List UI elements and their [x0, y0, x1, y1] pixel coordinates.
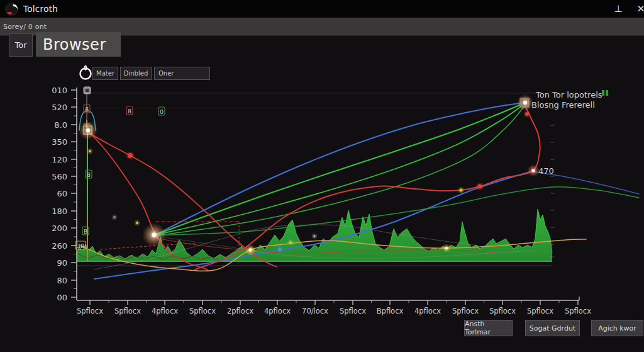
- x-tick-label: Spflocx: [114, 307, 141, 315]
- badge-text: 8: [85, 106, 89, 113]
- x-tick-label: Spflocx: [340, 307, 366, 315]
- y-tick-label: 8.0: [54, 120, 67, 130]
- data-dot: [113, 216, 116, 219]
- y-tick-label: 200: [52, 224, 67, 233]
- relay-node[interactable]: [532, 169, 535, 173]
- footer-button-agich[interactable]: Agich kwor: [591, 320, 643, 336]
- y-tick-label: 90: [57, 258, 67, 268]
- y-tick-label: 560: [52, 172, 67, 181]
- series-blue-arc: [155, 103, 524, 235]
- y-tick-label: 60: [57, 189, 67, 198]
- footer-button-ansth[interactable]: Ansth Torlmar: [464, 320, 513, 336]
- app-window: { "window": { "app_title": "Tolcroth", "…: [0, 0, 644, 352]
- x-tick-label: Spflocx: [527, 307, 553, 315]
- data-dot: [289, 241, 292, 244]
- series-green-low: [156, 187, 639, 236]
- y-tick-label: 520: [52, 103, 67, 112]
- origin-node[interactable]: [86, 128, 90, 132]
- data-dot: [279, 248, 282, 251]
- badge-text: 8: [128, 108, 131, 115]
- relay-node-label: 470: [538, 166, 554, 176]
- x-tick-label: Bpflocx: [377, 307, 404, 315]
- exit-node-label-2: Blosng Frererell: [531, 100, 595, 110]
- x-tick-label: 4pflocx: [264, 307, 291, 315]
- data-dot: [525, 112, 529, 116]
- badge-text: 0: [160, 108, 164, 115]
- badge-text: B: [84, 228, 88, 235]
- yellow-glow-node-2[interactable]: [445, 247, 448, 249]
- badge-text: 3B: [77, 242, 85, 249]
- data-dot: [128, 153, 133, 158]
- decor-rect: [606, 90, 608, 96]
- y-tick-label: 180: [52, 207, 67, 216]
- y-tick-label: 010: [52, 86, 67, 95]
- y-tick-label: 350: [52, 137, 67, 147]
- x-tick-label: 70/locx: [302, 307, 328, 315]
- y-tick-label: 120: [52, 155, 67, 164]
- decor-rect: [602, 90, 604, 96]
- exit-node-label-1: Ton Tor lopotrels: [535, 90, 602, 99]
- y-tick-label: 80: [57, 276, 67, 285]
- data-dot: [136, 222, 138, 224]
- badge-text: 8: [87, 171, 91, 178]
- x-tick-label: Spflocx: [565, 307, 591, 315]
- network-chart[interactable]: 0105208.035012056060180200260908000Spflo…: [0, 0, 644, 352]
- data-dot: [460, 189, 463, 192]
- y-tick-label: 260: [52, 241, 67, 251]
- x-tick-label: Spflocx: [452, 307, 479, 315]
- x-tick-label: Spflocx: [189, 307, 216, 315]
- x-tick-label: Spflocx: [77, 307, 103, 315]
- data-dot: [89, 150, 91, 152]
- x-tick-label: Spflocx: [489, 307, 516, 315]
- y-tick-label: 00: [57, 293, 67, 302]
- data-dot: [478, 185, 482, 189]
- x-tick-label: 4pflocx: [414, 307, 441, 315]
- hub-node[interactable]: [152, 233, 157, 237]
- data-dot: [314, 236, 316, 237]
- footer-button-sogat[interactable]: Sogat Gdrdut: [525, 320, 580, 336]
- series-green-1: [155, 103, 524, 235]
- exit-node[interactable]: [523, 101, 527, 105]
- x-tick-label: 4pflocx: [152, 307, 178, 315]
- decor-rect: [86, 89, 89, 92]
- x-tick-label: 2pflocx: [227, 307, 253, 315]
- yellow-glow-node[interactable]: [249, 249, 252, 252]
